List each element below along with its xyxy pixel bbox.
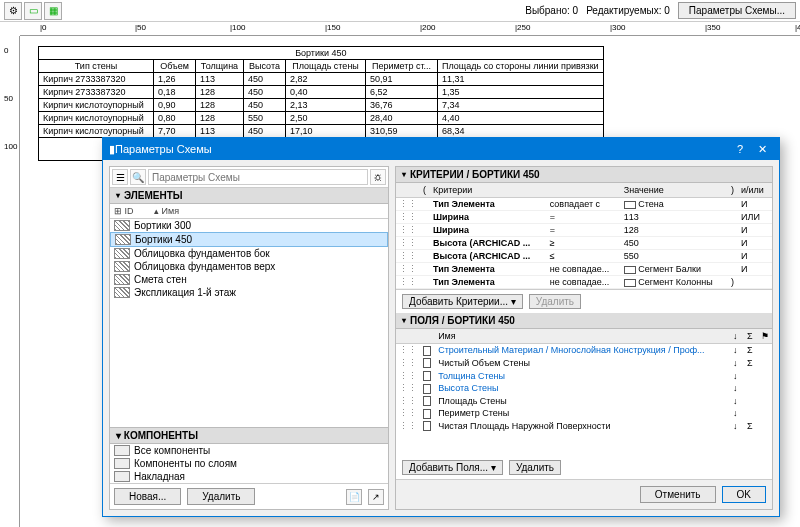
settings-icon[interactable]: ⛭ [370,169,386,185]
add-criteria-button[interactable]: Добавить Критерии... ▾ [402,294,523,309]
dialog-title: Параметры Схемы [115,143,729,155]
tree-item[interactable]: Бортики 450 [110,232,388,247]
cancel-button[interactable]: Отменить [640,486,716,503]
components-header: КОМПОНЕНТЫ [124,430,198,441]
left-panel: ☰ 🔍 ⛭ ▾ЭЛЕМЕНТЫ ⊞ ID▴ Имя Бортики 300Бор… [109,166,389,510]
help-button[interactable]: ? [729,143,751,155]
tree-item[interactable]: Все компоненты [110,444,388,457]
tool-btn-3[interactable]: ▦ [44,2,62,20]
scheme-params-dialog: ▮ Параметры Схемы ? ✕ ☰ 🔍 ⛭ ▾ЭЛЕМЕНТЫ ⊞ … [102,137,780,517]
scheme-params-button[interactable]: Параметры Схемы... [678,2,796,19]
close-button[interactable]: ✕ [751,143,773,156]
components-tree[interactable]: Все компонентыКомпоненты по слоямНакладн… [110,444,388,483]
tool-btn-1[interactable]: ⚙ [4,2,22,20]
tree-item[interactable]: Бортики 300 [110,219,388,232]
search-input[interactable] [148,169,368,185]
ok-button[interactable]: OK [722,486,766,503]
tree-item[interactable]: Смета стен [110,273,388,286]
export-icon[interactable]: ↗ [368,489,384,505]
dialog-titlebar[interactable]: ▮ Параметры Схемы ? ✕ [103,138,779,160]
tool-btn-2[interactable]: ▭ [24,2,42,20]
fields-table[interactable]: Имя↓Σ⚑ ⋮⋮Строительный Материал / Многосл… [396,329,772,432]
tree-item[interactable]: Компоненты по слоям [110,457,388,470]
tree-item[interactable]: Накладная [110,470,388,483]
criteria-header: КРИТЕРИИ / БОРТИКИ 450 [410,169,540,180]
right-panel: ▾КРИТЕРИИ / БОРТИКИ 450 (КритерииЗначени… [395,166,773,510]
new-button[interactable]: Новая... [114,488,181,505]
delete-fields-button[interactable]: Удалить [509,460,561,475]
main-toolbar: ⚙ ▭ ▦ Выбрано: 0 Редактируемых: 0 Параме… [0,0,800,22]
tree-item[interactable]: Экспликация 1-й этаж [110,286,388,299]
tree-item[interactable]: Облицовка фундаментов бок [110,247,388,260]
criteria-table[interactable]: (КритерииЗначение)и/или ⋮⋮Тип Элементасо… [396,183,772,289]
search-icon[interactable]: 🔍 [130,169,146,185]
elements-header: ЭЛЕМЕНТЫ [124,190,183,201]
table-title: Бортики 450 [39,47,604,60]
import-icon[interactable]: 📄 [346,489,362,505]
ruler-horizontal: |0|50|100|150|200|250|300|350|400 [20,22,800,36]
elements-tree[interactable]: Бортики 300Бортики 450Облицовка фундамен… [110,219,388,427]
delete-criteria-button[interactable]: Удалить [529,294,581,309]
editable-count: Редактируемых: 0 [586,5,670,16]
fields-header: ПОЛЯ / БОРТИКИ 450 [410,315,515,326]
add-fields-button[interactable]: Добавить Поля... ▾ [402,460,503,475]
view-mode-icon[interactable]: ☰ [112,169,128,185]
tree-item[interactable]: Облицовка фундаментов верх [110,260,388,273]
selected-count: Выбрано: 0 [525,5,578,16]
ruler-vertical: 050100 [0,36,20,527]
delete-left-button[interactable]: Удалить [187,488,255,505]
